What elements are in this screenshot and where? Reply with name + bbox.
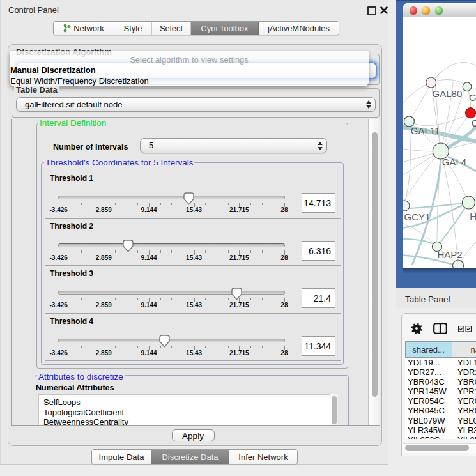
svg-text:HAP2: HAP2	[438, 249, 463, 260]
svg-text:GCY1: GCY1	[404, 211, 431, 222]
svg-text:HA: HA	[470, 211, 476, 222]
svg-text:GA: GA	[469, 92, 476, 103]
svg-text:CD: CD	[472, 118, 476, 128]
svg-text:GAL4: GAL4	[442, 157, 466, 167]
svg-text:GAL11: GAL11	[411, 125, 440, 136]
svg-text:GAL80: GAL80	[433, 88, 463, 99]
